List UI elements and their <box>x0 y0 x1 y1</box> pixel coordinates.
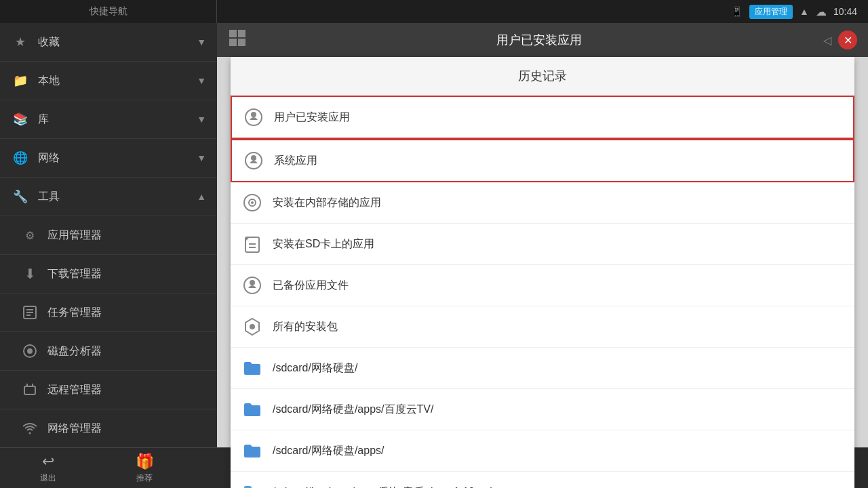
sidebar-item-library[interactable]: 📚 库 ▼ <box>0 100 217 139</box>
sidebar: ★ 收藏 ▼ 📁 本地 ▼ 📚 库 ▼ 🌐 网络 ▼ 🔧 工具 ▲ ⚙ 应用管理… <box>0 23 217 488</box>
folder-caihong-icon <box>241 481 263 488</box>
history-panel: 历史记录 用户已安装应用 系统应用 安装在内部存储的应用 安装在SD卡上的应用 … <box>231 57 854 488</box>
recommend-label: 推荐 <box>136 472 153 484</box>
system-apps-icon <box>243 150 264 171</box>
history-item-internal-storage[interactable]: 安装在内部存储的应用 <box>231 182 854 224</box>
toolbar-recommend[interactable]: 🎁 推荐 <box>96 449 193 488</box>
task-icon <box>20 303 39 322</box>
svg-rect-12 <box>238 39 245 46</box>
window-icon <box>228 28 247 52</box>
app-manager-label: 应用管理器 <box>47 228 102 243</box>
all-packages-icon <box>241 316 263 338</box>
expand-icon[interactable]: ◁ <box>823 34 831 47</box>
download-icon: ⬇ <box>20 264 39 283</box>
library-chevron: ▼ <box>197 114 206 125</box>
system-apps-label: 系统应用 <box>274 154 317 168</box>
remote-label: 远程管理器 <box>47 383 102 397</box>
disk-icon <box>20 342 39 361</box>
sidebar-item-network[interactable]: 🌐 网络 ▼ <box>0 139 217 178</box>
favorites-label: 收藏 <box>38 35 60 49</box>
local-icon: 📁 <box>11 71 30 90</box>
all-packages-label: 所有的安装包 <box>273 320 338 334</box>
backed-up-label: 已备份应用文件 <box>273 279 349 293</box>
history-item-user-installed[interactable]: 用户已安装应用 <box>231 96 854 139</box>
exit-label: 退出 <box>40 472 56 484</box>
cloud-icon: ☁ <box>816 5 827 18</box>
local-label: 本地 <box>38 74 60 88</box>
sidebar-item-download-manager[interactable]: ⬇ 下载管理器 <box>0 255 217 293</box>
user-installed-label: 用户已安装应用 <box>274 110 350 125</box>
sidebar-item-disk-analyzer[interactable]: 磁盘分析器 <box>0 332 217 371</box>
history-item-sdcard-net-apps-baidu[interactable]: /sdcard/网络硬盘/apps/百度云TV/ <box>231 389 854 430</box>
svg-rect-6 <box>24 386 35 394</box>
top-bar-right: 📱 应用管理 ▲ ☁ 10:44 <box>217 5 868 19</box>
app-manager-icon: ⚙ <box>20 226 39 245</box>
folder-sdcard-net-icon <box>241 357 263 379</box>
folder-caihong-label: /sdcard/backups/apps/彩虹音乐_letv_1.19.apk <box>273 485 495 489</box>
recommend-icon: 🎁 <box>136 453 154 470</box>
task-label: 任务管理器 <box>47 306 102 320</box>
history-item-system-apps[interactable]: 系统应用 <box>231 139 854 182</box>
tools-label: 工具 <box>38 190 60 204</box>
history-item-sdcard-net[interactable]: /sdcard/网络硬盘/ <box>231 348 854 389</box>
quick-nav-label: 快捷导航 <box>0 0 217 23</box>
svg-point-14 <box>251 112 256 117</box>
sidebar-item-tools[interactable]: 🔧 工具 ▲ <box>0 178 217 216</box>
svg-point-19 <box>251 201 254 204</box>
tools-chevron: ▲ <box>197 191 206 202</box>
sidebar-item-task-manager[interactable]: 任务管理器 <box>0 293 217 332</box>
svg-point-5 <box>27 348 33 354</box>
folder-baidu-label: /sdcard/网络硬盘/apps/百度云TV/ <box>273 403 433 417</box>
wifi-icon <box>20 419 39 438</box>
window-title: 用户已安装应用 <box>255 32 823 48</box>
toolbar-exit[interactable]: ↩ 退出 <box>0 449 96 488</box>
quick-nav-text: 快捷导航 <box>90 5 127 18</box>
svg-rect-9 <box>229 30 237 37</box>
history-title: 历史记录 <box>231 57 854 96</box>
favorites-icon: ★ <box>11 33 30 52</box>
library-label: 库 <box>38 113 49 127</box>
download-label: 下载管理器 <box>47 267 102 281</box>
internal-storage-label: 安装在内部存储的应用 <box>273 196 381 210</box>
history-item-sdcard-backups-caihong[interactable]: /sdcard/backups/apps/彩虹音乐_letv_1.19.apk <box>231 472 854 488</box>
svg-rect-10 <box>238 30 245 37</box>
internal-storage-icon <box>241 192 263 214</box>
history-item-backed-up[interactable]: 已备份应用文件 <box>231 265 854 306</box>
tools-icon: 🔧 <box>11 187 30 206</box>
sidebar-item-remote-manager[interactable]: 远程管理器 <box>0 371 217 409</box>
top-bar: 快捷导航 📱 应用管理 ▲ ☁ 10:44 <box>0 0 868 23</box>
local-chevron: ▼ <box>197 75 206 86</box>
time-display: 10:44 <box>833 6 857 17</box>
sd-card-icon <box>241 233 263 255</box>
svg-rect-11 <box>229 39 237 46</box>
folder-net-apps-label: /sdcard/网络硬盘/apps/ <box>273 444 384 458</box>
exit-icon: ↩ <box>42 453 54 470</box>
library-icon: 📚 <box>11 110 30 129</box>
user-installed-icon <box>243 106 264 128</box>
window-title-bar: 用户已安装应用 ◁ ✕ <box>217 23 868 57</box>
svg-point-25 <box>250 324 255 329</box>
folder-net-apps-icon <box>241 440 263 462</box>
network-icon: 🌐 <box>11 148 30 167</box>
backed-up-icon <box>241 274 263 296</box>
app-manager-tag[interactable]: 应用管理 <box>749 5 793 19</box>
close-button[interactable]: ✕ <box>838 30 857 49</box>
network-label: 网络 <box>38 151 60 165</box>
history-item-sdcard-net-apps[interactable]: /sdcard/网络硬盘/apps/ <box>231 430 854 472</box>
signal-icon: ▲ <box>800 6 809 17</box>
history-item-sd-card[interactable]: 安装在SD卡上的应用 <box>231 224 854 265</box>
favorites-chevron: ▼ <box>197 37 206 47</box>
folder-baidu-icon <box>241 399 263 420</box>
sidebar-item-local[interactable]: 📁 本地 ▼ <box>0 62 217 100</box>
remote-icon <box>20 380 39 399</box>
sidebar-item-app-manager[interactable]: ⚙ 应用管理器 <box>0 216 217 255</box>
close-icon: ✕ <box>844 34 852 47</box>
network-chevron: ▼ <box>197 152 206 163</box>
network-mgr-label: 网络管理器 <box>47 422 102 436</box>
sidebar-item-favorites[interactable]: ★ 收藏 ▼ <box>0 23 217 62</box>
sidebar-item-network-manager[interactable]: 网络管理器 <box>0 409 217 448</box>
phone-icon: 📱 <box>731 6 743 17</box>
svg-point-16 <box>251 155 256 161</box>
history-item-all-packages[interactable]: 所有的安装包 <box>231 306 854 348</box>
folder-sdcard-net-label: /sdcard/网络硬盘/ <box>273 361 357 375</box>
